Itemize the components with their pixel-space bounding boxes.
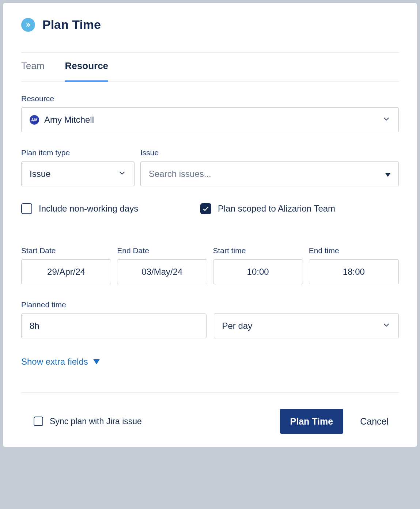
chevron-down-icon [118, 169, 126, 179]
sync-jira-checkbox[interactable]: Sync plan with Jira issue [21, 417, 142, 426]
resource-label: Resource [21, 94, 399, 103]
form: Resource AM Amy Mitchell Plan item type … [21, 82, 399, 367]
triangle-down-icon [93, 359, 100, 364]
plan-time-icon [21, 18, 35, 32]
start-time-label: Start time [213, 246, 303, 255]
cancel-button[interactable]: Cancel [350, 409, 399, 434]
checkbox-unchecked-icon [34, 417, 43, 426]
dialog-header: Plan Time [21, 18, 399, 53]
start-date-value: 29/Apr/24 [47, 267, 85, 277]
footer: Sync plan with Jira issue Plan Time Canc… [21, 392, 399, 434]
end-date-label: End Date [117, 246, 207, 255]
plan-item-type-select[interactable]: Issue [21, 162, 135, 186]
per-select[interactable]: Per day [214, 314, 399, 338]
avatar: AM [30, 115, 39, 125]
start-date-input[interactable]: 29/Apr/24 [21, 259, 111, 284]
dialog-title: Plan Time [42, 18, 101, 32]
show-extra-fields-toggle[interactable]: Show extra fields [21, 338, 399, 367]
issue-search-input[interactable] [149, 169, 385, 179]
checkbox-unchecked-icon [21, 203, 32, 214]
plan-item-type-label: Plan item type [21, 148, 135, 157]
plan-time-button[interactable]: Plan Time [280, 409, 344, 434]
sync-jira-label: Sync plan with Jira issue [50, 417, 142, 426]
tab-team[interactable]: Team [21, 60, 45, 82]
include-non-working-checkbox[interactable]: Include non-working days [21, 203, 200, 214]
start-date-label: Start Date [21, 246, 111, 255]
show-extra-fields-label: Show extra fields [21, 357, 88, 367]
plan-scoped-label: Plan scoped to Alizarion Team [218, 204, 335, 214]
chevron-down-icon [382, 321, 390, 331]
end-date-input[interactable]: 03/May/24 [117, 259, 207, 284]
chevron-down-icon [382, 115, 390, 125]
start-time-value: 10:00 [247, 267, 269, 277]
plan-time-dialog: Plan Time Team Resource Resource AM Amy … [3, 3, 417, 447]
planned-time-label: Planned time [21, 300, 207, 309]
end-time-input[interactable]: 18:00 [309, 259, 399, 284]
tabs: Team Resource [21, 53, 399, 82]
per-value: Per day [222, 321, 253, 331]
end-time-value: 18:00 [343, 267, 365, 277]
planned-time-value: 8h [30, 321, 39, 331]
plan-item-type-value: Issue [30, 169, 50, 179]
resource-value: Amy Mitchell [44, 115, 94, 125]
caret-down-icon [385, 169, 390, 179]
planned-time-input[interactable]: 8h [21, 314, 207, 338]
resource-select[interactable]: AM Amy Mitchell [21, 107, 399, 132]
checkbox-checked-icon [200, 203, 211, 214]
tab-resource[interactable]: Resource [65, 60, 109, 82]
include-non-working-label: Include non-working days [39, 204, 138, 214]
end-date-value: 03/May/24 [141, 267, 182, 277]
start-time-input[interactable]: 10:00 [213, 259, 303, 284]
issue-search[interactable] [140, 162, 399, 186]
plan-scoped-checkbox[interactable]: Plan scoped to Alizarion Team [200, 203, 335, 214]
end-time-label: End time [309, 246, 399, 255]
issue-label: Issue [140, 148, 399, 157]
